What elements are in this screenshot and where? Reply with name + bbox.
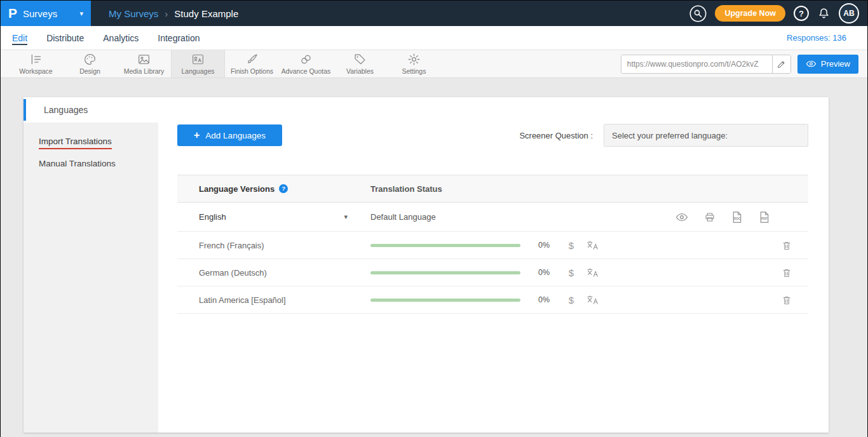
tab-edit[interactable]: Edit — [12, 26, 27, 50]
svg-text:PDF: PDF — [761, 217, 768, 220]
table-row-spanish: Latin America [Español] 0% $ — [177, 286, 808, 314]
translation-progress-bar — [370, 299, 520, 302]
search-icon[interactable] — [689, 5, 707, 22]
default-language-cell: English ▾ — [177, 212, 370, 222]
edit-toolbar: Workspace Design Media Li — [1, 50, 867, 78]
survey-url-group — [621, 55, 791, 74]
toolbar-item-label: Workspace — [19, 67, 52, 75]
palette-icon — [83, 53, 97, 66]
default-language-status: Default Language — [370, 212, 675, 222]
help-icon[interactable]: ? — [794, 6, 809, 21]
sidebar-item-import-translations[interactable]: Import Translations — [24, 130, 158, 152]
paid-translation-icon[interactable]: $ — [565, 295, 578, 306]
language-name: French (Français) — [177, 241, 370, 250]
help-tooltip-icon[interactable]: ? — [279, 184, 288, 193]
add-languages-label: Add Languages — [205, 131, 266, 140]
toolbar-item-finish-options[interactable]: Finish Options — [225, 50, 279, 77]
table-row-french: French (Français) 0% $ — [177, 232, 808, 259]
toolbar-item-workspace[interactable]: Workspace — [9, 50, 63, 77]
toolbar-item-label: Advance Quotas — [281, 67, 331, 75]
default-language-name: English — [199, 212, 226, 222]
product-switcher[interactable]: P Surveys ▾ — [1, 1, 91, 26]
app-window: P Surveys ▾ My Surveys › Study Example U… — [0, 0, 868, 437]
export-pdf-icon[interactable]: PDF — [759, 211, 770, 224]
table-header: Language Versions ? Translation Status — [177, 175, 808, 203]
survey-url-input[interactable] — [621, 55, 772, 73]
export-doc-icon[interactable]: DOC — [731, 211, 743, 224]
print-icon[interactable] — [704, 212, 715, 223]
toolbar-item-languages[interactable]: Languages — [171, 50, 225, 77]
notifications-bell-icon[interactable] — [817, 7, 831, 20]
panel-title: Languages — [24, 97, 158, 123]
responses-count-link[interactable]: Responses: 136 — [787, 33, 867, 43]
tab-analytics[interactable]: Analytics — [103, 26, 139, 50]
toolbar-item-variables[interactable]: Variables — [333, 50, 387, 77]
breadcrumb: My Surveys › Study Example — [109, 8, 238, 19]
edit-url-pencil-icon[interactable] — [772, 55, 790, 73]
delete-trash-icon[interactable] — [782, 267, 792, 278]
toolbar-item-label: Design — [79, 67, 100, 75]
sidebar-menu: Import Translations Manual Translations — [24, 123, 158, 433]
languages-table: Language Versions ? Translation Status E… — [177, 175, 808, 314]
workspace-icon — [29, 53, 43, 66]
auto-translate-icon[interactable] — [587, 267, 599, 278]
toolbar-item-label: Finish Options — [231, 67, 273, 75]
column-header-translation-status: Translation Status — [370, 184, 808, 194]
language-name: German (Deutsch) — [177, 268, 370, 278]
gear-icon — [407, 53, 421, 66]
sidebar-item-label: Import Translations — [39, 137, 112, 149]
toolbar-item-label: Variables — [346, 67, 374, 75]
language-versions-label: Language Versions — [199, 184, 275, 194]
translation-progress-bar — [370, 244, 520, 247]
delete-trash-icon[interactable] — [782, 295, 792, 306]
add-languages-button[interactable]: + Add Languages — [177, 124, 282, 146]
translation-progress-bar — [370, 271, 520, 274]
breadcrumb-my-surveys[interactable]: My Surveys — [109, 8, 158, 19]
paid-translation-icon[interactable]: $ — [565, 240, 578, 251]
translate-box-icon — [191, 53, 205, 66]
product-switcher-label: Surveys — [23, 8, 57, 19]
user-avatar[interactable]: AB — [839, 3, 859, 24]
translation-percent: 0% — [538, 241, 557, 250]
content-area: Languages Import Translations Manual Tra… — [1, 78, 867, 437]
toolbar-item-design[interactable]: Design — [63, 50, 117, 77]
table-row-default-language: English ▾ Default Language — [177, 203, 808, 232]
plus-icon: + — [194, 130, 200, 141]
screener-question-select[interactable]: Select your preferred language: — [604, 124, 808, 147]
delete-trash-icon[interactable] — [782, 240, 792, 251]
auto-translate-icon[interactable] — [587, 239, 599, 251]
tab-integration[interactable]: Integration — [158, 26, 200, 50]
sidebar-item-label: Manual Translations — [39, 159, 116, 168]
paid-translation-icon[interactable]: $ — [565, 267, 578, 278]
toolbar-item-advance-quotas[interactable]: Advance Quotas — [279, 50, 333, 77]
svg-text:DOC: DOC — [734, 217, 741, 220]
default-language-actions: DOC PDF — [675, 211, 770, 224]
language-name: Latin America [Español] — [177, 295, 370, 305]
tag-icon — [353, 53, 367, 66]
screener-question-label: Screener Question : — [519, 131, 593, 140]
toolbar-item-media-library[interactable]: Media Library — [117, 50, 171, 77]
auto-translate-icon[interactable] — [587, 294, 599, 306]
questionpro-logo-icon: P — [8, 6, 17, 21]
topbar-actions: Upgrade Now ? AB — [689, 3, 867, 24]
view-eye-icon[interactable] — [675, 211, 688, 224]
chevron-down-icon: ▾ — [79, 10, 83, 18]
preview-label: Preview — [821, 59, 850, 69]
topbar: P Surveys ▾ My Surveys › Study Example U… — [1, 1, 867, 26]
toolbar-item-settings[interactable]: Settings — [387, 50, 441, 77]
preview-button[interactable]: Preview — [797, 55, 858, 74]
chevron-down-icon[interactable]: ▾ — [344, 213, 348, 221]
image-icon — [137, 53, 151, 66]
eye-icon — [806, 58, 817, 69]
sidebar-item-manual-translations[interactable]: Manual Translations — [24, 152, 158, 175]
breadcrumb-separator-icon: › — [165, 8, 168, 19]
table-row-german: German (Deutsch) 0% $ — [177, 259, 808, 286]
brush-icon — [245, 53, 259, 66]
section-nav: Edit Distribute Analytics Integration Re… — [1, 26, 867, 50]
tab-distribute[interactable]: Distribute — [46, 26, 84, 50]
toolbar-right: Preview — [621, 50, 867, 77]
breadcrumb-current: Study Example — [174, 8, 238, 19]
upgrade-now-button[interactable]: Upgrade Now — [715, 5, 785, 22]
languages-panel: Languages Import Translations Manual Tra… — [24, 97, 829, 433]
translation-percent: 0% — [538, 295, 557, 304]
